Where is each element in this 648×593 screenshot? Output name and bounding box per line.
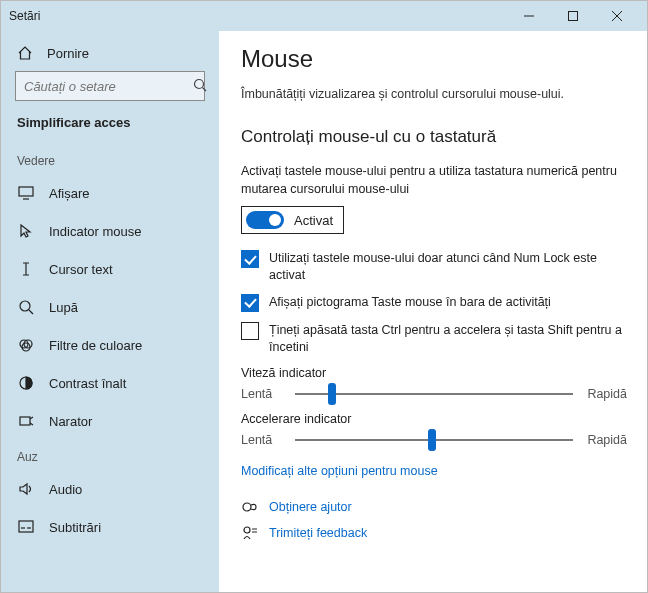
checkbox-checked-icon (241, 294, 259, 312)
close-button[interactable] (595, 1, 639, 31)
feedback-icon (241, 524, 259, 542)
sidebar-item-indicator-mouse[interactable]: Indicator mouse (1, 212, 219, 250)
checkbox-numlock[interactable]: Utilizați tastele mouse-ului doar atunci… (241, 250, 627, 284)
sidebar-item-label: Afișare (49, 186, 89, 201)
svg-point-9 (20, 301, 30, 311)
magnifier-icon (17, 298, 35, 316)
sidebar-item-contrast-inalt[interactable]: Contrast înalt (1, 364, 219, 402)
mouse-keys-toggle[interactable]: Activat (241, 206, 344, 234)
svg-rect-16 (19, 521, 33, 532)
search-field[interactable] (24, 79, 193, 94)
sidebar-item-label: Contrast înalt (49, 376, 126, 391)
sidebar-item-afisare[interactable]: Afișare (1, 174, 219, 212)
home-label: Pornire (47, 46, 89, 61)
sidebar-item-label: Indicator mouse (49, 224, 142, 239)
sidebar-item-subtitrari[interactable]: Subtitrări (1, 508, 219, 546)
section-label-auz: Auz (1, 440, 219, 470)
titlebar: Setări (1, 1, 647, 31)
svg-point-19 (243, 503, 251, 511)
color-filter-icon (17, 336, 35, 354)
captions-icon (17, 518, 35, 536)
main-content: Mouse Îmbunătățiți vizualizarea și contr… (219, 31, 647, 592)
search-icon (193, 78, 207, 95)
feedback-link[interactable]: Trimiteți feedback (241, 524, 627, 542)
checkbox-checked-icon (241, 250, 259, 268)
svg-rect-15 (20, 417, 30, 425)
svg-point-4 (195, 79, 204, 88)
contrast-icon (17, 374, 35, 392)
maximize-button[interactable] (551, 1, 595, 31)
text-cursor-icon (17, 260, 35, 278)
sidebar-item-label: Narator (49, 414, 92, 429)
toggle-switch-on-icon (246, 211, 284, 229)
search-input[interactable] (15, 71, 205, 101)
page-title: Mouse (241, 45, 627, 73)
display-icon (17, 184, 35, 202)
sidebar-item-label: Subtitrări (49, 520, 101, 535)
checkbox-label: Țineți apăsată tasta Ctrl pentru a accel… (269, 322, 627, 356)
home-icon (17, 45, 33, 61)
minimize-button[interactable] (507, 1, 551, 31)
help-label: Obținere ajutor (269, 500, 352, 514)
checkbox-unchecked-icon (241, 322, 259, 340)
sidebar-item-cursor-text[interactable]: Cursor text (1, 250, 219, 288)
checkbox-taskbar-icon[interactable]: Afișați pictograma Taste mouse în bara d… (241, 294, 627, 312)
settings-window: Setări Pornire Simplificare acc (0, 0, 648, 593)
sidebar-item-lupa[interactable]: Lupă (1, 288, 219, 326)
sidebar-item-label: Filtre de culoare (49, 338, 142, 353)
svg-rect-6 (19, 187, 33, 196)
sidebar-item-narator[interactable]: Narator (1, 402, 219, 440)
slider-title-accel: Accelerare indicator (241, 412, 627, 426)
slider-min-label: Lentă (241, 433, 285, 447)
sidebar: Pornire Simplificare acces Vedere Afișar… (1, 31, 219, 592)
slider-max-label: Rapidă (583, 433, 627, 447)
pointer-accel-slider[interactable] (295, 430, 573, 450)
window-title: Setări (9, 9, 40, 23)
more-mouse-options-link[interactable]: Modificați alte opțiuni pentru mouse (241, 464, 627, 478)
checkbox-label: Afișați pictograma Taste mouse în bara d… (269, 294, 551, 311)
section-label-vedere: Vedere (1, 144, 219, 174)
pointer-icon (17, 222, 35, 240)
toggle-description: Activați tastele mouse-ului pentru a uti… (241, 163, 627, 198)
sidebar-item-label: Cursor text (49, 262, 113, 277)
slider-title-speed: Viteză indicator (241, 366, 627, 380)
toggle-state-label: Activat (294, 213, 333, 228)
checkbox-ctrl-shift[interactable]: Țineți apăsată tasta Ctrl pentru a accel… (241, 322, 627, 356)
checkbox-label: Utilizați tastele mouse-ului doar atunci… (269, 250, 627, 284)
get-help-link[interactable]: Obținere ajutor (241, 498, 627, 516)
page-description: Îmbunătățiți vizualizarea și controlul c… (241, 87, 627, 101)
feedback-label: Trimiteți feedback (269, 526, 367, 540)
sidebar-item-filtre-culoare[interactable]: Filtre de culoare (1, 326, 219, 364)
section-title: Controlați mouse-ul cu o tastatură (241, 127, 627, 147)
pointer-speed-slider[interactable] (295, 384, 573, 404)
svg-point-20 (244, 527, 250, 533)
narrator-icon (17, 412, 35, 430)
sidebar-item-label: Audio (49, 482, 82, 497)
help-icon (241, 498, 259, 516)
svg-line-10 (29, 310, 33, 314)
audio-icon (17, 480, 35, 498)
category-header: Simplificare acces (1, 111, 219, 144)
home-button[interactable]: Pornire (1, 35, 219, 71)
slider-max-label: Rapidă (583, 387, 627, 401)
svg-rect-1 (569, 12, 578, 21)
svg-line-5 (203, 87, 207, 91)
sidebar-item-label: Lupă (49, 300, 78, 315)
sidebar-item-audio[interactable]: Audio (1, 470, 219, 508)
slider-min-label: Lentă (241, 387, 285, 401)
